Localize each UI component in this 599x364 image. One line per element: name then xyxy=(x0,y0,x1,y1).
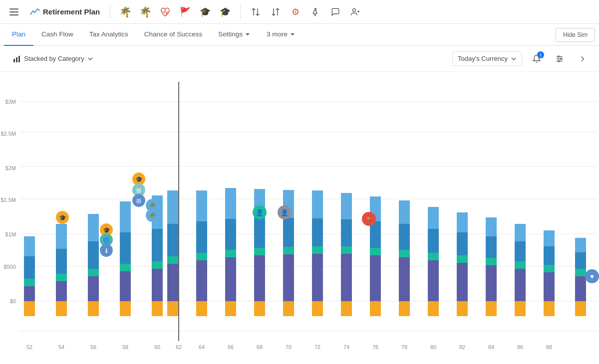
svg-text:66: 66 xyxy=(228,344,234,350)
filter-btn[interactable] xyxy=(551,50,568,67)
bar-86[interactable] xyxy=(515,224,526,316)
nav-icons-group1: 🌴 🌴 🚩 🎓 🎓 xyxy=(116,3,234,21)
svg-text:ℹ: ℹ xyxy=(105,247,108,254)
svg-text:🎓: 🎓 xyxy=(59,214,66,221)
chevron-down-icon2 xyxy=(290,31,296,37)
svg-rect-46 xyxy=(88,276,99,301)
stacked-chevron-icon xyxy=(87,56,93,62)
svg-rect-106 xyxy=(428,301,439,316)
bar-80[interactable] xyxy=(428,207,439,316)
bar-78[interactable] xyxy=(399,200,410,316)
svg-rect-44 xyxy=(56,224,67,249)
add-person-icon[interactable] xyxy=(346,3,364,21)
svg-text:🎓: 🎓 xyxy=(135,176,143,183)
expand-btn[interactable] xyxy=(574,50,591,67)
svg-rect-47 xyxy=(88,269,99,276)
svg-text:88: 88 xyxy=(546,344,552,350)
arrows-down-up-icon[interactable] xyxy=(267,3,285,21)
main-chart-svg: $3M $2.5M $2M $1.5M $1M $500 $0 xyxy=(0,72,599,364)
tab-settings[interactable]: Settings xyxy=(210,24,259,46)
stacked-by-category-btn[interactable]: Stacked by Category xyxy=(8,52,98,66)
svg-rect-94 xyxy=(341,219,352,246)
hide-sim-button[interactable]: Hide Sim xyxy=(556,28,595,42)
svg-rect-126 xyxy=(544,301,555,316)
svg-rect-81 xyxy=(283,301,294,316)
health-heart-icon[interactable] xyxy=(156,3,174,21)
palm-tree-orange-icon[interactable]: 🌴 xyxy=(116,3,134,21)
palm-tree-blue-icon[interactable]: 🌴 xyxy=(136,3,154,21)
bar-64[interactable] xyxy=(196,190,207,316)
app-logo: Retirement Plan xyxy=(26,7,104,17)
svg-text:74: 74 xyxy=(343,344,349,350)
bar-72[interactable] xyxy=(312,190,323,316)
flag-icon[interactable]: 🚩 xyxy=(176,3,194,21)
bar-74[interactable] xyxy=(341,193,352,316)
svg-text:🎓: 🎓 xyxy=(103,226,110,234)
bar-last[interactable] xyxy=(575,238,586,316)
bar-54[interactable] xyxy=(56,224,67,316)
svg-rect-56 xyxy=(152,269,163,301)
tab-3-more[interactable]: 3 more xyxy=(259,24,303,46)
svg-rect-135 xyxy=(575,238,586,252)
arrows-up-down-icon[interactable] xyxy=(247,3,265,21)
svg-rect-38 xyxy=(24,256,35,279)
currency-btn[interactable]: Today's Currency xyxy=(452,51,522,66)
svg-rect-122 xyxy=(515,269,526,301)
svg-point-19 xyxy=(558,60,560,62)
graduation-cap-icon[interactable]: 🎓 xyxy=(196,3,214,21)
tab-chance-of-success[interactable]: Chance of Success xyxy=(136,24,210,46)
svg-rect-48 xyxy=(88,241,99,269)
svg-rect-40 xyxy=(56,301,67,316)
svg-rect-131 xyxy=(575,301,586,316)
svg-rect-76 xyxy=(254,301,265,316)
gear-red-icon[interactable]: ⚙ xyxy=(287,3,304,21)
svg-rect-90 xyxy=(312,190,323,218)
svg-rect-93 xyxy=(341,246,352,254)
svg-text:$1M: $1M xyxy=(5,231,16,237)
bar-82[interactable] xyxy=(457,212,468,316)
tab-tax-analytics[interactable]: Tax Analytics xyxy=(81,24,136,46)
bar-56[interactable] xyxy=(88,214,99,316)
person-walk-icon[interactable] xyxy=(306,3,324,21)
tabs-bar: Plan Cash Flow Tax Analytics Chance of S… xyxy=(0,24,599,46)
svg-rect-11 xyxy=(13,59,15,62)
svg-rect-105 xyxy=(399,200,410,224)
bar-52[interactable] xyxy=(24,236,35,316)
svg-rect-72 xyxy=(225,257,236,301)
svg-text:👤: 👤 xyxy=(256,208,264,217)
bar-66[interactable] xyxy=(225,188,236,316)
tab-plan[interactable]: Plan xyxy=(4,24,33,46)
svg-rect-124 xyxy=(515,241,526,261)
chart-controls-bar: Stacked by Category Today's Currency 1 xyxy=(0,46,599,72)
svg-rect-67 xyxy=(196,260,207,301)
menu-icon[interactable] xyxy=(6,4,22,20)
tab-cash-flow[interactable]: Cash Flow xyxy=(33,24,81,46)
svg-rect-103 xyxy=(399,250,410,257)
svg-rect-37 xyxy=(24,279,35,286)
chat-bubble-icon[interactable] xyxy=(326,3,344,21)
svg-point-17 xyxy=(558,56,559,57)
bar-84[interactable] xyxy=(486,217,497,316)
svg-rect-96 xyxy=(370,301,381,316)
svg-rect-98 xyxy=(370,248,381,255)
svg-point-18 xyxy=(561,58,562,59)
svg-rect-87 xyxy=(312,254,323,301)
bar-62[interactable] xyxy=(167,190,178,316)
svg-text:70: 70 xyxy=(286,344,292,350)
svg-text:82: 82 xyxy=(459,344,465,350)
chevron-down-icon xyxy=(245,31,251,37)
svg-text:$500: $500 xyxy=(4,264,16,270)
svg-rect-78 xyxy=(254,248,265,255)
svg-text:⊞: ⊞ xyxy=(136,197,141,204)
svg-rect-74 xyxy=(225,219,236,250)
svg-rect-108 xyxy=(428,253,439,260)
bar-88[interactable] xyxy=(544,230,555,316)
svg-text:62: 62 xyxy=(176,344,182,350)
graduation-cap2-icon[interactable]: 🎓 xyxy=(216,3,234,21)
svg-rect-114 xyxy=(457,232,468,255)
notification-btn[interactable]: 1 xyxy=(528,50,545,67)
svg-rect-39 xyxy=(24,236,35,256)
bar-58[interactable] xyxy=(120,201,131,316)
svg-rect-42 xyxy=(56,274,67,281)
svg-text:👤: 👤 xyxy=(281,208,289,217)
